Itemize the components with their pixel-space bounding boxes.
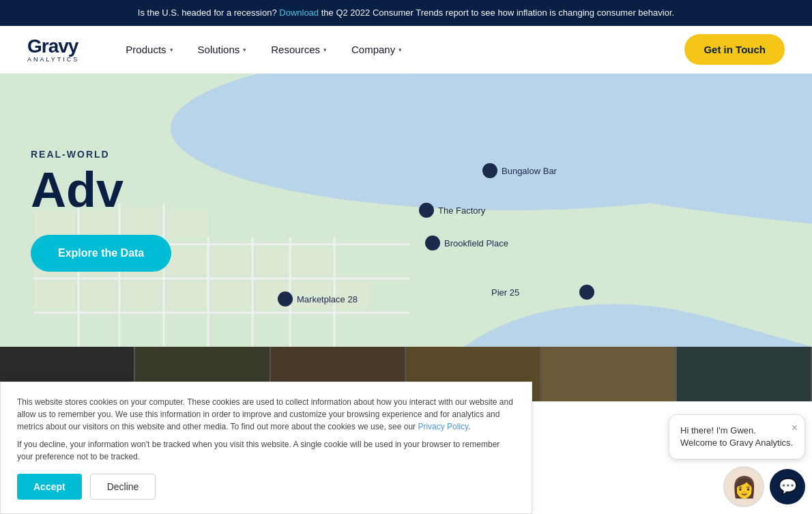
- hero-section: Bungalow Bar The Factory Brookfield Plac…: [0, 74, 812, 347]
- logo-analytics-text: Analytics: [27, 56, 79, 63]
- svg-point-31: [482, 163, 497, 178]
- chevron-down-icon: ▾: [243, 46, 246, 53]
- banner-text-before: Is the U.S. headed for a recession?: [138, 8, 277, 18]
- explore-data-button[interactable]: Explore the Data: [31, 235, 171, 272]
- svg-rect-10: [34, 282, 75, 309]
- top-banner: Is the U.S. headed for a recession? Down…: [0, 0, 812, 26]
- nav-item-products[interactable]: Products ▾: [113, 26, 185, 74]
- nav-company-label: Company: [351, 44, 395, 55]
- nav-item-resources[interactable]: Resources ▾: [259, 26, 339, 74]
- svg-point-37: [278, 291, 293, 306]
- chevron-down-icon: ▾: [323, 46, 327, 53]
- svg-point-39: [579, 285, 594, 300]
- nav-item-company[interactable]: Company ▾: [339, 26, 414, 74]
- svg-point-33: [419, 203, 434, 218]
- svg-rect-15: [256, 248, 290, 275]
- svg-text:Pier 25: Pier 25: [491, 287, 519, 298]
- svg-rect-9: [167, 248, 208, 275]
- nav-products-label: Products: [126, 44, 166, 55]
- nav-solutions-label: Solutions: [198, 44, 240, 55]
- svg-rect-12: [123, 282, 160, 309]
- strip-image-5: [541, 347, 676, 401]
- cookie-banner: This website stores cookies on your comp…: [0, 382, 532, 401]
- svg-text:Brookfield Place: Brookfield Place: [444, 238, 508, 248]
- svg-text:The Factory: The Factory: [438, 205, 486, 216]
- main-nav: Products ▾ Solutions ▾ Resources ▾ Compa…: [113, 26, 684, 74]
- svg-rect-17: [212, 282, 249, 309]
- hero-label: REAL-WORLD: [31, 149, 171, 160]
- get-in-touch-button[interactable]: Get in Touch: [684, 34, 785, 65]
- cookie-text-1: This website stores cookies on your comp…: [17, 396, 515, 401]
- logo-gravy-text: Gravy: [27, 37, 79, 56]
- chevron-down-icon: ▾: [398, 46, 402, 53]
- hero-content: REAL-WORLD Adv Explore the Data: [31, 149, 171, 272]
- banner-text-after: the Q2 2022 Consumer Trends report to se…: [321, 8, 674, 18]
- hero-title: Adv: [31, 165, 171, 214]
- nav-resources-label: Resources: [271, 44, 320, 55]
- chevron-down-icon: ▾: [170, 46, 173, 53]
- svg-text:Marketplace 28: Marketplace 28: [297, 294, 358, 304]
- svg-point-35: [425, 235, 440, 251]
- logo[interactable]: Gravy Analytics: [27, 37, 79, 63]
- strip-image-6: [677, 347, 812, 401]
- svg-rect-11: [82, 282, 116, 309]
- svg-rect-13: [167, 282, 208, 309]
- svg-text:Bungalow Bar: Bungalow Bar: [502, 166, 557, 176]
- header: Gravy Analytics Products ▾ Solutions ▾ R…: [0, 26, 812, 74]
- banner-link[interactable]: Download: [279, 8, 319, 18]
- svg-rect-14: [212, 248, 249, 275]
- svg-rect-16: [293, 248, 331, 275]
- nav-item-solutions[interactable]: Solutions ▾: [186, 26, 259, 74]
- svg-rect-5: [167, 210, 208, 238]
